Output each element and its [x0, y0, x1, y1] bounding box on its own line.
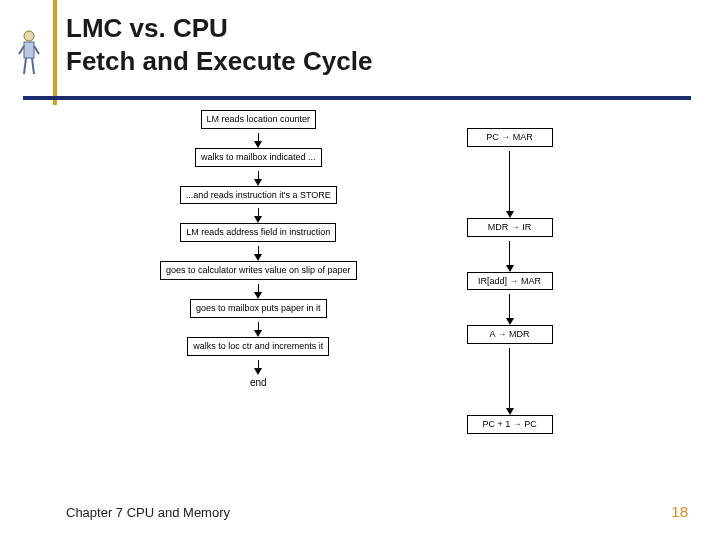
- footer-chapter: Chapter 7 CPU and Memory: [66, 505, 230, 520]
- arrow-down-icon: [506, 211, 514, 218]
- arrow-down-icon: [254, 179, 262, 186]
- arrow-down-icon: [506, 318, 514, 325]
- lmc-step: LM reads address field in instruction: [180, 223, 336, 242]
- arrow-down-icon: [254, 254, 262, 261]
- svg-rect-1: [24, 42, 34, 58]
- mascot-icon: [18, 30, 40, 78]
- vertical-accent-rule: [53, 0, 57, 105]
- svg-point-0: [24, 31, 34, 41]
- cpu-step: PC + 1 → PC: [467, 415, 553, 434]
- lmc-step: walks to mailbox indicated ...: [195, 148, 322, 167]
- arrow-down-icon: [254, 141, 262, 148]
- svg-line-3: [34, 46, 39, 54]
- arrow-down-icon: [254, 330, 262, 337]
- cpu-step: IR[add] → MAR: [467, 272, 553, 291]
- title-underline: [23, 96, 691, 100]
- lmc-step: LM reads location counter: [201, 110, 317, 129]
- arrow-down-icon: [506, 265, 514, 272]
- lmc-step: ...and reads instruction it's a STORE: [180, 186, 337, 205]
- page-title: LMC vs. CPU Fetch and Execute Cycle: [66, 12, 372, 77]
- cpu-column: PC → MAR MDR → IR IR[add] → MAR A → MDR …: [467, 110, 553, 434]
- lmc-column: LM reads location counter walks to mailb…: [160, 110, 357, 434]
- title-line2: Fetch and Execute Cycle: [66, 45, 372, 78]
- end-label: end: [250, 377, 267, 388]
- arrow-down-icon: [254, 368, 262, 375]
- arrow-down-icon: [254, 292, 262, 299]
- cpu-step: PC → MAR: [467, 128, 553, 147]
- title-line1: LMC vs. CPU: [66, 12, 372, 45]
- lmc-step: goes to calculator writes value on slip …: [160, 261, 357, 280]
- page-number: 18: [671, 503, 688, 520]
- arrow-down-icon: [254, 216, 262, 223]
- cpu-step: MDR → IR: [467, 218, 553, 237]
- arrow-down-icon: [506, 408, 514, 415]
- svg-line-4: [24, 58, 26, 74]
- svg-line-2: [19, 46, 24, 54]
- cpu-step: A → MDR: [467, 325, 553, 344]
- svg-line-5: [32, 58, 34, 74]
- flow-diagram: LM reads location counter walks to mailb…: [160, 110, 580, 434]
- lmc-step: goes to mailbox puts paper in it: [190, 299, 327, 318]
- lmc-step: walks to loc ctr and increments it: [187, 337, 329, 356]
